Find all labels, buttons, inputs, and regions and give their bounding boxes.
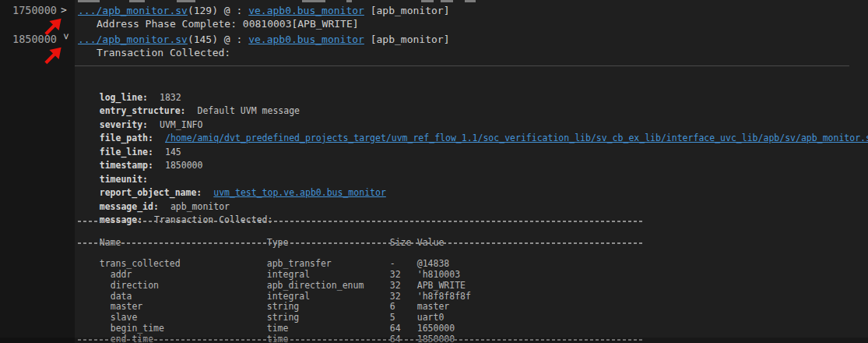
detail-value-link[interactable]: /home/amiq/dvt_predefined_projects_targe… bbox=[165, 133, 868, 143]
clipped-text-remnant bbox=[78, 0, 100, 2]
field-type-cell: integral bbox=[267, 270, 390, 281]
entry-details-panel: log_line:1832 entry_structure:Default UV… bbox=[78, 77, 868, 214]
detail-label: log_line: bbox=[100, 92, 148, 103]
field-name-cell: trans_collected bbox=[100, 259, 267, 270]
clipped-text-remnant bbox=[421, 0, 434, 2]
detail-row: report_object_name:uvm_test_top.ve.apb0.… bbox=[78, 173, 868, 187]
expand-chevron-icon[interactable]: > bbox=[61, 4, 72, 16]
detail-value: apb_monitor bbox=[170, 201, 230, 212]
detail-label: entry_structure: bbox=[100, 105, 186, 116]
detail-row: entry_structure:Default UVM message bbox=[78, 91, 868, 105]
log-entry: 1850000 > .../apb_monitor.sv(145) @ : ve… bbox=[0, 33, 868, 61]
log-entry-header: .../apb_monitor.sv(129) @ : ve.apb0.bus_… bbox=[78, 5, 449, 16]
clipped-text-remnant bbox=[177, 0, 195, 2]
message-id-tag: [apb_monitor] bbox=[364, 5, 450, 16]
report-object-link[interactable]: ve.apb0.bus_monitor bbox=[248, 34, 364, 45]
log-viewer: 1750000 > .../apb_monitor.sv(129) @ : ve… bbox=[0, 0, 868, 343]
field-size-cell: 32 bbox=[390, 292, 417, 302]
table-row: trans_collectedapb_transfer-@14838 bbox=[78, 248, 644, 259]
detail-value: 145 bbox=[165, 147, 181, 157]
field-name-cell: data bbox=[100, 292, 267, 302]
log-entry: 1750000 > .../apb_monitor.sv(129) @ : ve… bbox=[0, 4, 868, 32]
transaction-fields-table: NameTypeSizeValue trans_collectedapb_tra… bbox=[78, 216, 644, 343]
detail-label: file_line: bbox=[100, 147, 153, 157]
detail-row: log_line:1832 bbox=[78, 77, 868, 91]
detail-label: file_path: bbox=[100, 133, 153, 143]
panel-bottom-edge bbox=[0, 338, 868, 343]
field-size-cell: 5 bbox=[390, 313, 417, 324]
detail-label: report_object_name: bbox=[100, 187, 202, 198]
detail-value: 1832 bbox=[160, 92, 181, 103]
field-value-cell: 1650000 bbox=[417, 323, 455, 334]
field-value-cell: master bbox=[417, 301, 450, 312]
clipped-text-remnant bbox=[129, 0, 145, 2]
clipped-text-remnant bbox=[346, 0, 352, 2]
detail-value: 1850000 bbox=[165, 160, 202, 171]
log-message: Address Phase Complete: 00810003[APB_WRI… bbox=[97, 18, 359, 30]
field-size-cell: 64 bbox=[390, 324, 417, 334]
field-size-cell: 32 bbox=[390, 281, 417, 292]
log-message: Transaction Collected: bbox=[97, 47, 230, 58]
clipped-text-remnant bbox=[441, 0, 453, 2]
line-ref-text: (145) @ : bbox=[188, 34, 248, 45]
field-value-cell: @14838 bbox=[417, 258, 450, 269]
detail-label: severity: bbox=[100, 119, 148, 130]
field-type-cell: string bbox=[267, 313, 390, 324]
source-file-link[interactable]: .../apb_monitor.sv bbox=[78, 5, 188, 16]
field-size-cell: 32 bbox=[390, 270, 417, 281]
field-value-cell: uart0 bbox=[417, 312, 445, 323]
panel-divider bbox=[75, 65, 849, 66]
field-value-cell: 'h810003 bbox=[417, 269, 460, 280]
dashed-separator bbox=[78, 216, 644, 227]
detail-label: timeunit: bbox=[100, 174, 148, 185]
source-file-link[interactable]: .../apb_monitor.sv bbox=[78, 34, 188, 45]
message-id-tag: [apb_monitor] bbox=[364, 34, 450, 45]
field-name-cell: master bbox=[100, 302, 267, 313]
field-size-cell: 6 bbox=[390, 302, 417, 313]
detail-value: UVM_INFO bbox=[160, 119, 202, 130]
field-name-cell: addr bbox=[100, 270, 267, 281]
field-type-cell: apb_direction_enum bbox=[267, 281, 390, 292]
detail-label: timestamp: bbox=[100, 160, 153, 171]
detail-label: message_id: bbox=[100, 201, 159, 212]
report-object-link[interactable]: ve.apb0.bus_monitor bbox=[248, 5, 364, 16]
clipped-text-remnant bbox=[465, 0, 476, 2]
field-name-cell: slave bbox=[100, 313, 267, 324]
field-name-cell: direction bbox=[100, 281, 267, 292]
log-entry-header: .../apb_monitor.sv(145) @ : ve.apb0.bus_… bbox=[78, 34, 449, 45]
dashed-separator bbox=[78, 238, 644, 249]
clipped-text-remnant bbox=[302, 0, 325, 2]
detail-row: timestamp:1850000 bbox=[78, 146, 868, 160]
field-size-cell: - bbox=[390, 259, 417, 270]
detail-value: Default UVM message bbox=[197, 105, 300, 116]
table-header-row: NameTypeSizeValue bbox=[78, 227, 644, 238]
field-value-cell: APB_WRITE bbox=[417, 280, 466, 291]
field-name-cell: begin_time bbox=[100, 324, 267, 334]
detail-value-link[interactable]: uvm_test_top.ve.apb0.bus_monitor bbox=[213, 187, 386, 198]
field-value-cell: 'h8f8f8f8f bbox=[417, 291, 471, 302]
field-type-cell: string bbox=[267, 302, 390, 313]
field-type-cell: time bbox=[267, 324, 390, 334]
field-type-cell: integral bbox=[267, 292, 390, 302]
line-ref-text: (129) @ : bbox=[188, 5, 248, 16]
expand-chevron-icon[interactable]: > bbox=[61, 34, 72, 44]
field-type-cell: apb_transfer bbox=[267, 259, 390, 270]
